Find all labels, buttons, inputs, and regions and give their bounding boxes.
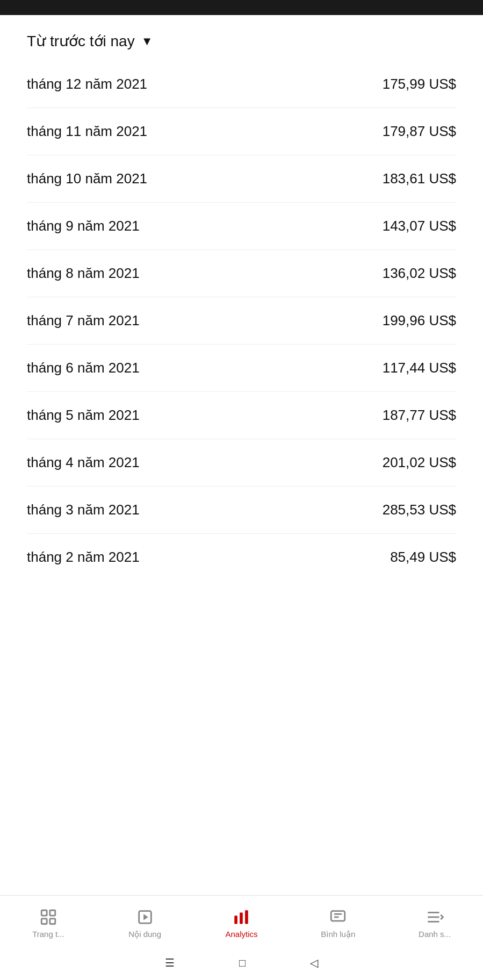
nav-label-noi-dung: Nội dung — [128, 929, 161, 939]
chevron-down-icon: ▼ — [141, 34, 153, 48]
svg-rect-2 — [41, 919, 47, 924]
android-menu-button[interactable]: ☰ — [165, 956, 175, 969]
status-bar — [0, 0, 483, 15]
table-row[interactable]: tháng 6 năm 2021117,44 US$ — [27, 345, 456, 392]
date-filter-button[interactable]: Từ trước tới nay ▼ — [27, 32, 153, 50]
svg-rect-7 — [240, 913, 243, 924]
row-revenue-value: 183,61 US$ — [383, 170, 456, 187]
nav-label-binh-luan: Bình luận — [321, 929, 355, 939]
row-revenue-value: 136,02 US$ — [383, 265, 456, 282]
bottom-navigation: Trang t... Nội dung Analytics Bình luận — [0, 895, 483, 949]
row-revenue-value: 175,99 US$ — [383, 76, 456, 92]
row-revenue-value: 285,53 US$ — [383, 502, 456, 518]
svg-rect-9 — [331, 911, 345, 920]
row-month-label: tháng 8 năm 2021 — [27, 265, 140, 282]
row-month-label: tháng 9 năm 2021 — [27, 218, 140, 234]
table-row[interactable]: tháng 5 năm 2021187,77 US$ — [27, 392, 456, 439]
table-row[interactable]: tháng 9 năm 2021143,07 US$ — [27, 203, 456, 250]
table-row[interactable]: tháng 4 năm 2021201,02 US$ — [27, 439, 456, 487]
row-month-label: tháng 12 năm 2021 — [27, 76, 147, 92]
row-revenue-value: 201,02 US$ — [383, 454, 456, 471]
svg-rect-0 — [41, 910, 47, 915]
row-revenue-value: 85,49 US$ — [390, 549, 456, 566]
content-icon — [136, 908, 154, 926]
nav-item-trang-t[interactable]: Trang t... — [0, 908, 97, 939]
table-row[interactable]: tháng 11 năm 2021179,87 US$ — [27, 108, 456, 155]
row-month-label: tháng 5 năm 2021 — [27, 407, 140, 424]
nav-item-danh-s[interactable]: Danh s... — [386, 908, 483, 939]
row-month-label: tháng 11 năm 2021 — [27, 123, 147, 140]
nav-item-noi-dung[interactable]: Nội dung — [97, 908, 193, 939]
row-month-label: tháng 6 năm 2021 — [27, 360, 140, 376]
svg-marker-5 — [143, 914, 148, 920]
filter-label: Từ trước tới nay — [27, 32, 135, 50]
row-month-label: tháng 10 năm 2021 — [27, 170, 147, 187]
nav-label-analytics: Analytics — [225, 929, 257, 939]
row-month-label: tháng 4 năm 2021 — [27, 454, 140, 471]
table-row[interactable]: tháng 2 năm 202185,49 US$ — [27, 534, 456, 581]
comment-icon — [329, 908, 347, 926]
table-row[interactable]: tháng 3 năm 2021285,53 US$ — [27, 487, 456, 534]
dashboard-icon — [39, 908, 57, 926]
svg-rect-1 — [50, 910, 55, 915]
list-icon — [426, 908, 444, 926]
revenue-list: tháng 12 năm 2021175,99 US$tháng 11 năm … — [0, 61, 483, 895]
android-back-button[interactable]: ◁ — [310, 956, 318, 969]
row-revenue-value: 179,87 US$ — [383, 123, 456, 140]
row-month-label: tháng 3 năm 2021 — [27, 502, 140, 518]
row-revenue-value: 143,07 US$ — [383, 218, 456, 234]
row-revenue-value: 199,96 US$ — [383, 312, 456, 329]
row-revenue-value: 117,44 US$ — [383, 360, 456, 376]
row-month-label: tháng 7 năm 2021 — [27, 312, 140, 329]
table-row[interactable]: tháng 10 năm 2021183,61 US$ — [27, 155, 456, 203]
nav-label-danh-s: Danh s... — [419, 929, 451, 939]
table-row[interactable]: tháng 12 năm 2021175,99 US$ — [27, 61, 456, 108]
filter-row: Từ trước tới nay ▼ — [0, 15, 483, 61]
nav-label-trang-t: Trang t... — [32, 929, 64, 939]
android-navigation-bar: ☰ □ ◁ — [0, 949, 483, 980]
analytics-icon — [232, 908, 250, 926]
row-revenue-value: 187,77 US$ — [383, 407, 456, 424]
table-row[interactable]: tháng 8 năm 2021136,02 US$ — [27, 250, 456, 297]
row-month-label: tháng 2 năm 2021 — [27, 549, 140, 566]
svg-rect-6 — [235, 915, 238, 924]
svg-rect-8 — [246, 910, 249, 924]
nav-item-analytics[interactable]: Analytics — [193, 908, 290, 939]
android-home-button[interactable]: □ — [239, 957, 246, 969]
svg-rect-3 — [50, 919, 55, 924]
nav-item-binh-luan[interactable]: Bình luận — [290, 908, 386, 939]
table-row[interactable]: tháng 7 năm 2021199,96 US$ — [27, 297, 456, 345]
